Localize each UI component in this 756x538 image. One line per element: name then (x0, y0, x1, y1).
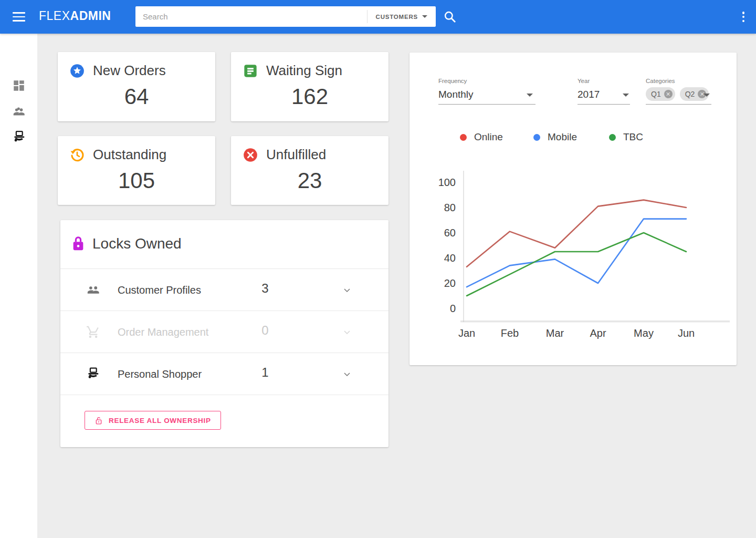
stat-card-outstanding: Outstanding 105 (58, 136, 215, 205)
people-icon (86, 283, 100, 297)
legend-label: TBC (623, 131, 643, 143)
locks-card-title: Locks Owned (92, 235, 182, 252)
svg-text:Mar: Mar (546, 327, 564, 339)
lock-row-count: 1 (247, 365, 284, 380)
lock-row-count: 0 (247, 323, 284, 338)
year-value: 2017 (578, 89, 600, 100)
personal-shopper-icon (12, 130, 26, 144)
sidebar-item-personal-shopper[interactable] (12, 130, 26, 144)
locks-owned-card: Locks Owned Customer Profiles 3 Order Ma… (60, 220, 388, 447)
lock-row-label: Customer Profiles (118, 284, 201, 296)
svg-text:60: 60 (444, 227, 456, 239)
release-all-ownership-button[interactable]: RELEASE ALL OWNERSHIP (85, 411, 221, 430)
chevron-down-icon (422, 15, 427, 18)
search-input[interactable] (135, 12, 367, 21)
legend-label: Mobile (548, 131, 577, 143)
categories-select[interactable]: Categories Q1 ✕ Q2 ✕ (646, 78, 711, 84)
year-label: Year (578, 78, 630, 84)
cancel-icon (243, 148, 258, 162)
svg-text:20: 20 (444, 277, 456, 289)
underline (578, 104, 630, 105)
chevron-down-icon[interactable] (342, 327, 352, 337)
year-select[interactable]: Year 2017 (578, 78, 630, 84)
lock-open-icon (94, 416, 103, 425)
menu-icon[interactable] (13, 12, 25, 22)
legend-dot-icon (609, 134, 616, 141)
lock-icon (70, 235, 86, 252)
svg-text:Jun: Jun (678, 327, 695, 339)
search-box: CUSTOMERS (135, 6, 436, 27)
stat-label: Outstanding (93, 147, 166, 163)
lock-row-customer-profiles[interactable]: Customer Profiles 3 (60, 268, 388, 311)
search-scope-dropdown[interactable]: CUSTOMERS (368, 14, 436, 20)
frequency-label: Frequency (438, 78, 536, 84)
app-title: FLEXADMIN (39, 9, 111, 23)
release-button-label: RELEASE ALL OWNERSHIP (109, 417, 211, 425)
svg-text:0: 0 (450, 303, 456, 314)
chevron-down-icon[interactable] (527, 94, 533, 97)
lock-row-label: Order Management (118, 326, 208, 338)
chart-legend: Online Mobile TBC (410, 131, 737, 145)
chip-remove-icon[interactable]: ✕ (664, 90, 673, 98)
svg-text:80: 80 (444, 202, 456, 213)
chevron-down-icon[interactable] (623, 94, 629, 97)
chip-label: Q2 (685, 90, 695, 98)
sidebar-item-dashboard[interactable] (12, 79, 26, 92)
legend-dot-icon (533, 134, 540, 141)
stat-value: 105 (58, 168, 215, 193)
legend-item-tbc: TBC (609, 131, 643, 143)
stat-label: New Orders (93, 63, 166, 79)
kebab-menu-icon[interactable] (740, 12, 747, 22)
stat-value: 23 (231, 168, 388, 193)
stat-card-waiting-sign: Waiting Sign 162 (231, 52, 388, 121)
lock-row-personal-shopper[interactable]: Personal Shopper 1 (60, 353, 388, 395)
lock-row-label: Personal Shopper (118, 368, 202, 380)
stat-label: Waiting Sign (266, 63, 342, 79)
svg-text:40: 40 (444, 252, 456, 264)
svg-text:100: 100 (438, 177, 456, 188)
category-chip-q1[interactable]: Q1 ✕ (646, 87, 675, 101)
assignment-icon (243, 64, 258, 78)
sidebar-item-customers[interactable] (12, 105, 26, 119)
sidebar (0, 34, 37, 538)
chart-card: Frequency Monthly Year 2017 Categories Q… (410, 53, 737, 365)
stat-card-unfulfilled: Unfulfilled 23 (231, 136, 388, 205)
chevron-down-icon[interactable] (704, 94, 710, 97)
categories-label: Categories (646, 78, 711, 84)
svg-text:May: May (634, 327, 654, 339)
stat-value: 64 (58, 84, 215, 109)
personal-shopper-icon (86, 367, 100, 381)
shopping-cart-icon (86, 325, 100, 339)
legend-item-online: Online (460, 131, 503, 143)
star-icon (70, 64, 85, 78)
svg-text:Jan: Jan (458, 327, 475, 339)
locks-card-header: Locks Owned (60, 220, 388, 268)
chevron-down-icon[interactable] (342, 369, 352, 379)
history-icon (70, 148, 85, 162)
brand-bold: ADMIN (70, 9, 111, 23)
stat-value: 162 (231, 84, 388, 109)
locks-card-footer: RELEASE ALL OWNERSHIP (60, 395, 388, 447)
underline (646, 104, 711, 105)
search-icon[interactable] (443, 10, 457, 24)
lock-row-order-management[interactable]: Order Management 0 (60, 311, 388, 353)
svg-text:Apr: Apr (590, 327, 606, 339)
search-scope-label: CUSTOMERS (376, 14, 418, 20)
legend-label: Online (474, 131, 503, 143)
chevron-down-icon[interactable] (342, 285, 352, 295)
stat-label: Unfulfilled (266, 147, 326, 163)
stat-card-new-orders: New Orders 64 (58, 52, 215, 121)
frequency-select[interactable]: Frequency Monthly (438, 78, 536, 84)
line-chart: 020406080100JanFebMarAprMayJun (410, 168, 737, 347)
svg-text:Feb: Feb (501, 327, 519, 339)
people-icon (12, 105, 26, 119)
frequency-value: Monthly (438, 89, 474, 100)
dashboard-icon (12, 79, 26, 92)
brand-light: FLEX (39, 9, 70, 23)
chip-label: Q1 (651, 90, 661, 98)
legend-item-mobile: Mobile (533, 131, 577, 143)
lock-row-count: 3 (247, 281, 284, 296)
underline (438, 104, 536, 105)
legend-dot-icon (460, 134, 467, 141)
app-bar: FLEXADMIN CUSTOMERS (0, 0, 756, 34)
